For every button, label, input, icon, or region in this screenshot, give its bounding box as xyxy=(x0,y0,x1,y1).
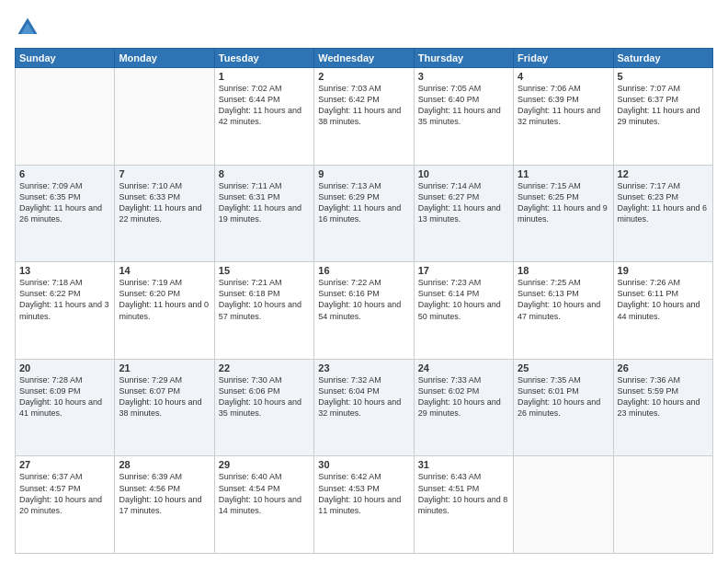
calendar-cell xyxy=(16,68,115,166)
calendar-cell: 26Sunrise: 7:36 AMSunset: 5:59 PMDayligh… xyxy=(613,359,712,456)
day-number: 18 xyxy=(518,265,609,276)
day-detail: Sunrise: 7:10 AMSunset: 6:33 PMDaylight:… xyxy=(119,181,201,224)
weekday-header: Monday xyxy=(115,49,214,68)
day-number: 30 xyxy=(318,459,409,470)
day-detail: Sunrise: 7:22 AMSunset: 6:16 PMDaylight:… xyxy=(318,278,401,320)
day-detail: Sunrise: 7:30 AMSunset: 6:06 PMDaylight:… xyxy=(219,375,301,418)
day-number: 19 xyxy=(618,265,709,276)
calendar-table: SundayMondayTuesdayWednesdayThursdayFrid… xyxy=(15,48,713,554)
day-number: 21 xyxy=(119,362,210,373)
calendar-cell: 9Sunrise: 7:13 AMSunset: 6:29 PMDaylight… xyxy=(314,165,414,262)
calendar-header-row: SundayMondayTuesdayWednesdayThursdayFrid… xyxy=(16,49,713,68)
day-detail: Sunrise: 7:18 AMSunset: 6:22 PMDaylight:… xyxy=(19,278,109,320)
day-detail: Sunrise: 7:07 AMSunset: 6:37 PMDaylight:… xyxy=(618,84,700,126)
calendar-week-row: 1Sunrise: 7:02 AMSunset: 6:44 PMDaylight… xyxy=(16,68,713,166)
day-number: 26 xyxy=(618,362,709,373)
calendar-cell: 28Sunrise: 6:39 AMSunset: 4:56 PMDayligh… xyxy=(115,456,214,554)
calendar-cell: 7Sunrise: 7:10 AMSunset: 6:33 PMDaylight… xyxy=(115,165,214,262)
calendar-cell: 11Sunrise: 7:15 AMSunset: 6:25 PMDayligh… xyxy=(514,165,613,262)
calendar-cell: 16Sunrise: 7:22 AMSunset: 6:16 PMDayligh… xyxy=(314,262,414,360)
calendar-cell: 24Sunrise: 7:33 AMSunset: 6:02 PMDayligh… xyxy=(414,359,513,456)
calendar-cell: 15Sunrise: 7:21 AMSunset: 6:18 PMDayligh… xyxy=(214,262,313,360)
calendar-cell: 8Sunrise: 7:11 AMSunset: 6:31 PMDaylight… xyxy=(214,165,313,262)
calendar-cell: 25Sunrise: 7:35 AMSunset: 6:01 PMDayligh… xyxy=(514,359,613,456)
weekday-header: Sunday xyxy=(16,49,115,68)
logo xyxy=(15,15,46,40)
day-detail: Sunrise: 6:39 AMSunset: 4:56 PMDaylight:… xyxy=(119,472,201,514)
calendar-cell: 22Sunrise: 7:30 AMSunset: 6:06 PMDayligh… xyxy=(214,359,313,456)
weekday-header: Tuesday xyxy=(214,49,313,68)
day-detail: Sunrise: 6:40 AMSunset: 4:54 PMDaylight:… xyxy=(219,472,301,514)
day-number: 3 xyxy=(418,71,509,82)
day-detail: Sunrise: 7:13 AMSunset: 6:29 PMDaylight:… xyxy=(318,181,401,224)
calendar-cell: 23Sunrise: 7:32 AMSunset: 6:04 PMDayligh… xyxy=(314,359,414,456)
day-number: 4 xyxy=(518,71,609,82)
day-detail: Sunrise: 7:29 AMSunset: 6:07 PMDaylight:… xyxy=(119,375,201,418)
day-number: 13 xyxy=(19,265,110,276)
weekday-header: Wednesday xyxy=(314,49,414,68)
calendar-cell: 5Sunrise: 7:07 AMSunset: 6:37 PMDaylight… xyxy=(613,68,712,166)
day-detail: Sunrise: 7:05 AMSunset: 6:40 PMDaylight:… xyxy=(418,84,501,126)
calendar-cell xyxy=(514,456,613,554)
day-detail: Sunrise: 7:11 AMSunset: 6:31 PMDaylight:… xyxy=(219,181,301,224)
day-number: 25 xyxy=(518,362,609,373)
day-detail: Sunrise: 7:28 AMSunset: 6:09 PMDaylight:… xyxy=(19,375,102,418)
day-detail: Sunrise: 6:37 AMSunset: 4:57 PMDaylight:… xyxy=(19,472,102,514)
calendar-week-row: 20Sunrise: 7:28 AMSunset: 6:09 PMDayligh… xyxy=(16,359,713,456)
day-number: 2 xyxy=(318,71,409,82)
calendar-cell: 4Sunrise: 7:06 AMSunset: 6:39 PMDaylight… xyxy=(514,68,613,166)
day-detail: Sunrise: 7:32 AMSunset: 6:04 PMDaylight:… xyxy=(318,375,401,418)
day-number: 23 xyxy=(318,362,409,373)
calendar-cell: 30Sunrise: 6:42 AMSunset: 4:53 PMDayligh… xyxy=(314,456,414,554)
calendar-cell: 1Sunrise: 7:02 AMSunset: 6:44 PMDaylight… xyxy=(214,68,313,166)
day-detail: Sunrise: 7:09 AMSunset: 6:35 PMDaylight:… xyxy=(19,181,102,224)
day-number: 15 xyxy=(219,265,310,276)
day-number: 22 xyxy=(219,362,310,373)
day-detail: Sunrise: 6:43 AMSunset: 4:51 PMDaylight:… xyxy=(418,472,508,514)
day-detail: Sunrise: 7:15 AMSunset: 6:25 PMDaylight:… xyxy=(518,181,608,224)
calendar-week-row: 27Sunrise: 6:37 AMSunset: 4:57 PMDayligh… xyxy=(16,456,713,554)
day-detail: Sunrise: 7:02 AMSunset: 6:44 PMDaylight:… xyxy=(219,84,301,126)
calendar-cell: 12Sunrise: 7:17 AMSunset: 6:23 PMDayligh… xyxy=(613,165,712,262)
calendar-cell: 2Sunrise: 7:03 AMSunset: 6:42 PMDaylight… xyxy=(314,68,414,166)
day-number: 8 xyxy=(219,168,310,179)
day-detail: Sunrise: 7:33 AMSunset: 6:02 PMDaylight:… xyxy=(418,375,501,418)
calendar-cell: 13Sunrise: 7:18 AMSunset: 6:22 PMDayligh… xyxy=(16,262,115,360)
day-detail: Sunrise: 7:23 AMSunset: 6:14 PMDaylight:… xyxy=(418,278,501,320)
calendar-cell: 27Sunrise: 6:37 AMSunset: 4:57 PMDayligh… xyxy=(16,456,115,554)
logo-icon xyxy=(15,15,40,40)
calendar-cell: 6Sunrise: 7:09 AMSunset: 6:35 PMDaylight… xyxy=(16,165,115,262)
day-detail: Sunrise: 7:03 AMSunset: 6:42 PMDaylight:… xyxy=(318,84,401,126)
calendar-cell xyxy=(613,456,712,554)
calendar-week-row: 6Sunrise: 7:09 AMSunset: 6:35 PMDaylight… xyxy=(16,165,713,262)
calendar-cell xyxy=(115,68,214,166)
calendar-cell: 31Sunrise: 6:43 AMSunset: 4:51 PMDayligh… xyxy=(414,456,513,554)
page: SundayMondayTuesdayWednesdayThursdayFrid… xyxy=(0,0,728,563)
day-number: 10 xyxy=(418,168,509,179)
day-number: 17 xyxy=(418,265,509,276)
calendar-week-row: 13Sunrise: 7:18 AMSunset: 6:22 PMDayligh… xyxy=(16,262,713,360)
day-number: 16 xyxy=(318,265,409,276)
day-number: 7 xyxy=(119,168,210,179)
day-number: 31 xyxy=(418,459,509,470)
day-number: 9 xyxy=(318,168,409,179)
weekday-header: Friday xyxy=(514,49,613,68)
header xyxy=(15,15,713,40)
day-detail: Sunrise: 7:21 AMSunset: 6:18 PMDaylight:… xyxy=(219,278,301,320)
day-detail: Sunrise: 7:26 AMSunset: 6:11 PMDaylight:… xyxy=(618,278,700,320)
weekday-header: Thursday xyxy=(414,49,513,68)
day-number: 11 xyxy=(518,168,609,179)
day-number: 29 xyxy=(219,459,310,470)
calendar-cell: 20Sunrise: 7:28 AMSunset: 6:09 PMDayligh… xyxy=(16,359,115,456)
day-number: 27 xyxy=(19,459,110,470)
day-detail: Sunrise: 6:42 AMSunset: 4:53 PMDaylight:… xyxy=(318,472,401,514)
calendar-cell: 19Sunrise: 7:26 AMSunset: 6:11 PMDayligh… xyxy=(613,262,712,360)
calendar-cell: 21Sunrise: 7:29 AMSunset: 6:07 PMDayligh… xyxy=(115,359,214,456)
day-number: 14 xyxy=(119,265,210,276)
calendar-cell: 17Sunrise: 7:23 AMSunset: 6:14 PMDayligh… xyxy=(414,262,513,360)
calendar-cell: 14Sunrise: 7:19 AMSunset: 6:20 PMDayligh… xyxy=(115,262,214,360)
day-detail: Sunrise: 7:19 AMSunset: 6:20 PMDaylight:… xyxy=(119,278,209,320)
day-detail: Sunrise: 7:14 AMSunset: 6:27 PMDaylight:… xyxy=(418,181,501,224)
day-detail: Sunrise: 7:17 AMSunset: 6:23 PMDaylight:… xyxy=(618,181,708,224)
calendar-cell: 3Sunrise: 7:05 AMSunset: 6:40 PMDaylight… xyxy=(414,68,513,166)
